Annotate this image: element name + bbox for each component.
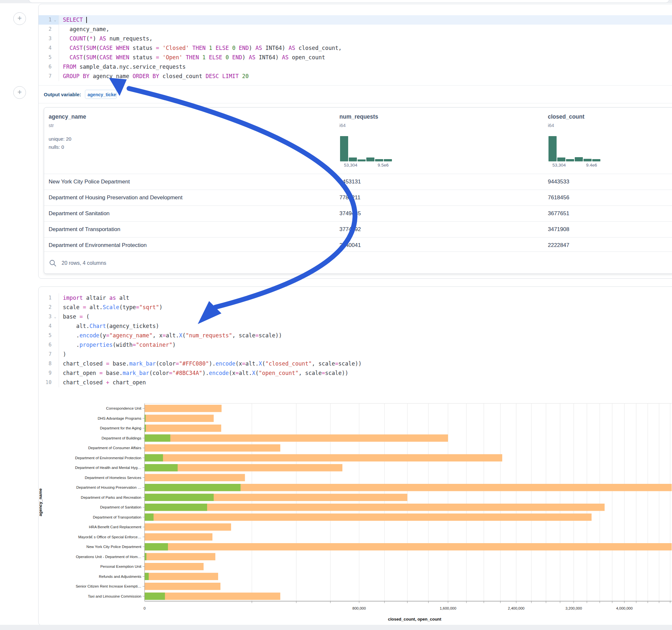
table-row[interactable]: Department of Housing Preservation and D… [44, 190, 672, 205]
line-number: 5 [39, 53, 51, 62]
output-variable-pill[interactable]: agency_tickets [85, 90, 117, 99]
fold-gutter [51, 43, 59, 53]
code-line[interactable]: 7) [39, 350, 672, 359]
svg-text:Department of Housing Preserva: Department of Housing Preservation … [76, 485, 141, 489]
fold-gutter [51, 340, 59, 350]
code-line[interactable]: 10chart_closed + chart_open [39, 378, 672, 387]
previous-cell-edge [28, 0, 669, 3]
histogram-range-labels: 53,3049.5e6 [340, 163, 411, 169]
line-number: 6 [39, 62, 51, 72]
table-cell: 3677651 [548, 206, 569, 221]
code-text: .properties(width="container") [59, 340, 176, 350]
add-cell-button-top[interactable]: + [13, 12, 26, 25]
svg-text:Personal Exemption Unit: Personal Exemption Unit [100, 564, 141, 568]
line-number: 7 [39, 350, 51, 359]
code-text: ) [59, 350, 66, 359]
table-cell: 2240041 [339, 238, 361, 253]
histogram-range-labels: 53,3049.4e6 [549, 163, 620, 169]
code-text: alt.Chart(agency_tickets) [59, 321, 159, 331]
svg-text:Correspondence Unit: Correspondence Unit [106, 406, 141, 410]
line-number: 1 [39, 293, 51, 303]
svg-text:1,600,000: 1,600,000 [439, 606, 456, 610]
svg-text:3,200,000: 3,200,000 [565, 606, 582, 610]
code-line[interactable]: 4 alt.Chart(agency_tickets) [39, 321, 672, 331]
fold-gutter [51, 350, 59, 359]
line-number: 8 [39, 359, 51, 368]
sql-cell: 1⌄SELECT 2 agency_name,3 COUNT(*) AS num… [38, 4, 672, 279]
fold-gutter [51, 331, 59, 340]
code-line[interactable]: 8chart_closed = base.mark_bar(color="#FF… [39, 359, 672, 368]
sql-editor[interactable]: 1⌄SELECT 2 agency_name,3 COUNT(*) AS num… [39, 15, 672, 81]
page-gap-top [0, 0, 672, 3]
svg-text:Refunds and Adjustments: Refunds and Adjustments [99, 575, 141, 579]
svg-text:Taxi and Limousine Commission: Taxi and Limousine Commission [88, 595, 141, 598]
code-text: COUNT(*) AS num_requests, [59, 34, 152, 43]
code-line[interactable]: 1import altair as alt [39, 293, 672, 303]
code-line[interactable]: 5 .encode(y="agency_name", x=alt.X("num_… [39, 331, 672, 340]
search-icon[interactable] [49, 260, 56, 267]
svg-text:Department of Transportation: Department of Transportation [93, 515, 141, 519]
column-type: i64 [339, 123, 345, 128]
svg-text:closed_count, open_count: closed_count, open_count [388, 617, 441, 622]
svg-text:0: 0 [144, 606, 146, 610]
code-text: GROUP BY agency_name ORDER BY closed_cou… [59, 72, 249, 81]
code-line[interactable]: 7GROUP BY agency_name ORDER BY closed_co… [39, 72, 672, 81]
code-line[interactable]: 1⌄SELECT [39, 15, 672, 25]
line-number: 4 [39, 321, 51, 331]
svg-text:DHS Advantage Programs: DHS Advantage Programs [98, 416, 141, 420]
python-editor[interactable]: 1import altair as alt2scale = alt.Scale(… [39, 293, 672, 387]
svg-text:HRA Benefit Card Replacement: HRA Benefit Card Replacement [89, 525, 142, 529]
output-variable-bar: Output variable: agency_tickets [39, 85, 672, 103]
page-gap-bottom [0, 625, 672, 630]
table-footer: 20 rows, 4 columns [44, 251, 672, 274]
table-row-count: 20 rows, 4 columns [62, 260, 106, 266]
code-line[interactable]: 2 agency_name, [39, 25, 672, 34]
code-line[interactable]: 9chart_open = base.mark_bar(color="#8BC3… [39, 368, 672, 378]
code-text: chart_closed + chart_open [59, 378, 146, 387]
table-cell: 7618456 [548, 190, 569, 205]
svg-text:Senior Citizen Rent Increase E: Senior Citizen Rent Increase Exempti… [75, 584, 141, 588]
fold-chevron-icon[interactable]: ⌄ [51, 312, 59, 321]
code-text: agency_name, [59, 25, 109, 34]
svg-text:Operations Unit - Department o: Operations Unit - Department of Hom… [76, 555, 141, 559]
svg-text:800,000: 800,000 [352, 606, 366, 610]
result-table: agency_namestrunique: 20nulls: 0num_requ… [44, 107, 672, 274]
code-text: import altair as alt [59, 293, 129, 303]
svg-text:Department of Homeless Service: Department of Homeless Services [85, 476, 142, 480]
line-number: 3 [39, 34, 51, 43]
code-text: chart_closed = base.mark_bar(color="#FFC… [59, 359, 361, 368]
column-name: agency_name [49, 114, 86, 120]
code-line[interactable]: 4 CAST(SUM(CASE WHEN status = 'Closed' T… [39, 43, 672, 53]
python-cell: 1import altair as alt2scale = alt.Scale(… [38, 287, 672, 626]
code-line[interactable]: 6FROM sample_data.nyc.service_requests [39, 62, 672, 72]
svg-text:Department of Health and Menta: Department of Health and Mental Hyg… [75, 466, 141, 469]
svg-text:agency_name: agency_name [39, 488, 43, 516]
code-line[interactable]: 6 .properties(width="container") [39, 340, 672, 350]
column-type: i64 [548, 123, 554, 128]
code-text: chart_open = base.mark_bar(color="#8BC34… [59, 368, 348, 378]
line-number: 6 [39, 340, 51, 350]
fold-gutter [51, 359, 59, 368]
code-text: base = ( [59, 312, 90, 321]
table-header: agency_namestrunique: 20nulls: 0num_requ… [44, 107, 672, 174]
code-text: SELECT [59, 15, 87, 25]
code-line[interactable]: 3⌄base = ( [39, 312, 672, 321]
code-line[interactable]: 5 CAST(SUM(CASE WHEN status = 'Open' THE… [39, 53, 672, 62]
svg-text:4,000,000: 4,000,000 [616, 606, 632, 610]
line-number: 10 [39, 378, 51, 387]
add-cell-button-output[interactable]: + [13, 86, 26, 99]
code-line[interactable]: 2scale = alt.Scale(type="sqrt") [39, 303, 672, 312]
table-row[interactable]: Department of Transportation377489234719… [44, 221, 672, 237]
code-line[interactable]: 3 COUNT(*) AS num_requests, [39, 34, 672, 43]
column-histogram [549, 136, 600, 162]
bar-chart: Correspondence UnitDHS Advantage Program… [39, 401, 672, 628]
line-number: 1 [39, 15, 51, 25]
fold-chevron-icon[interactable]: ⌄ [51, 15, 59, 25]
table-row[interactable]: New York City Police Department945313194… [44, 174, 672, 190]
line-number: 5 [39, 331, 51, 340]
column-histogram [340, 136, 392, 162]
table-row[interactable]: Department of Sanitation37494853677651 [44, 205, 672, 221]
table-cell: Department of Housing Preservation and D… [49, 190, 183, 205]
table-row[interactable]: Department of Environmental Protection22… [44, 237, 672, 253]
line-number: 7 [39, 72, 51, 81]
